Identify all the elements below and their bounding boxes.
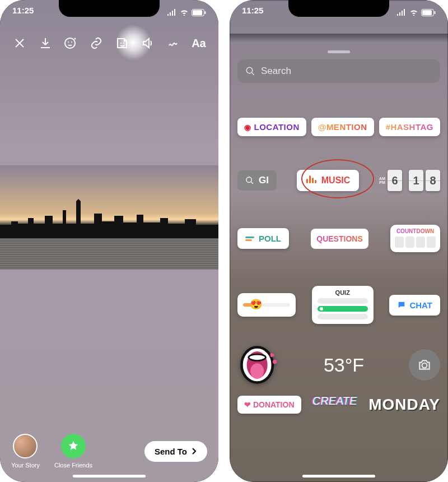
water	[0, 238, 218, 270]
svg-point-16	[273, 360, 277, 364]
gif-label: GI	[259, 175, 269, 186]
svg-point-17	[422, 363, 427, 368]
svg-point-7	[123, 43, 124, 44]
countdown-label: COUNTDOWN	[396, 228, 434, 234]
your-story-label: Your Story	[11, 462, 40, 469]
camera-sticker[interactable]	[409, 349, 440, 381]
pin-icon: ◉	[244, 123, 251, 132]
time-digit: 6	[388, 170, 402, 191]
sticker-grid: ◉ LOCATION @MENTION #HASHTAG GI	[237, 93, 440, 482]
sticker-tray[interactable]: Search ◉ LOCATION @MENTION #HASHTAG	[230, 45, 448, 482]
create-label: CREATE	[312, 396, 358, 406]
slider-emoji: 😍	[250, 298, 262, 310]
send-to-label: Send To	[155, 447, 187, 456]
music-label: MUSIC	[321, 175, 351, 186]
close-icon[interactable]	[10, 34, 29, 53]
story-photo[interactable]	[0, 165, 218, 270]
status-time: 11:25	[242, 6, 263, 19]
chat-icon	[397, 300, 406, 309]
countdown-sticker[interactable]: COUNTDOWN	[390, 225, 440, 252]
location-label: LOCATION	[254, 122, 300, 132]
poll-label: POLL	[259, 234, 281, 243]
slider-track: 😍	[243, 303, 290, 307]
your-story-button[interactable]: Your Story	[11, 434, 40, 469]
svg-point-5	[71, 41, 72, 43]
chat-label: CHAT	[409, 300, 432, 310]
svg-rect-10	[435, 11, 436, 14]
device-notch	[59, 0, 160, 17]
mention-label: @MENTION	[318, 122, 367, 132]
status-icons	[167, 6, 206, 19]
svg-point-15	[250, 363, 264, 379]
music-bars-icon	[306, 175, 317, 186]
svg-point-12	[246, 177, 251, 182]
donation-sticker[interactable]: ❤ DONATION	[237, 396, 301, 414]
home-indicator[interactable]	[73, 475, 146, 478]
questions-label: QUESTIONS	[316, 234, 362, 243]
effects-icon[interactable]	[164, 34, 183, 53]
create-sticker[interactable]: CREATE	[312, 396, 357, 406]
home-indicator[interactable]	[302, 475, 375, 478]
day-sticker[interactable]: MONDAY	[368, 396, 440, 414]
share-row: Your Story Close Friends Send To	[0, 434, 218, 469]
svg-rect-9	[422, 10, 432, 15]
chat-sticker[interactable]: CHAT	[389, 295, 440, 316]
sticker-search[interactable]: Search	[237, 59, 440, 83]
search-icon	[245, 66, 255, 76]
quiz-sticker[interactable]: QUIZ	[312, 286, 374, 324]
svg-point-3	[65, 38, 75, 48]
device-notch	[288, 0, 389, 17]
download-icon[interactable]	[36, 34, 55, 53]
svg-rect-2	[205, 11, 206, 14]
hashtag-label: #HASHTAG	[386, 122, 433, 132]
donation-label: DONATION	[253, 400, 295, 409]
music-sticker[interactable]: MUSIC	[297, 170, 360, 191]
send-to-button[interactable]: Send To	[144, 441, 207, 462]
sticker-icon[interactable]	[113, 34, 132, 53]
avatar	[13, 434, 38, 458]
svg-point-6	[120, 43, 122, 44]
close-friends-button[interactable]: Close Friends	[54, 434, 92, 469]
emoji-slider-sticker[interactable]: 😍	[237, 293, 296, 317]
search-icon	[245, 176, 254, 185]
status-icons	[396, 6, 436, 19]
svg-point-4	[68, 41, 69, 43]
poll-sticker[interactable]: POLL	[237, 228, 289, 249]
star-icon	[61, 434, 86, 458]
camera-icon	[417, 358, 432, 372]
time-sticker[interactable]: AM PM 6 1 8	[379, 170, 440, 191]
search-placeholder: Search	[261, 66, 291, 77]
sticker-tray-screen: 11:25 Search ◉ LOCATION @MENTION	[230, 0, 448, 482]
link-icon[interactable]	[87, 34, 106, 53]
chevron-right-icon	[190, 448, 197, 455]
quiz-label: QUIZ	[318, 289, 368, 296]
mention-sticker[interactable]: @MENTION	[311, 118, 374, 136]
text-tool-icon[interactable]: Aa	[189, 34, 208, 53]
svg-point-11	[246, 67, 253, 73]
status-time: 11:25	[12, 6, 34, 19]
story-editor-screen: 11:25 Aa Yo	[0, 0, 218, 482]
face-filter-icon[interactable]	[61, 34, 80, 53]
close-friends-label: Close Friends	[54, 462, 92, 469]
sound-icon[interactable]	[138, 34, 157, 53]
gif-sticker[interactable]: GI	[237, 170, 277, 191]
poll-icon	[245, 235, 254, 242]
editor-toolbar: Aa	[0, 34, 218, 53]
shoutout-sticker[interactable]	[237, 344, 279, 386]
location-sticker[interactable]: ◉ LOCATION	[237, 118, 306, 136]
skyline-silhouette	[0, 199, 218, 238]
countdown-slots	[395, 237, 436, 248]
svg-rect-1	[193, 10, 202, 15]
time-digit: 8	[426, 170, 440, 191]
hashtag-sticker[interactable]: #HASHTAG	[379, 118, 440, 136]
questions-sticker[interactable]: QUESTIONS	[311, 229, 368, 249]
ampm-labels: AM PM	[379, 177, 385, 184]
temperature-sticker[interactable]: 53°F	[324, 354, 364, 376]
time-digit: 1	[409, 170, 423, 191]
